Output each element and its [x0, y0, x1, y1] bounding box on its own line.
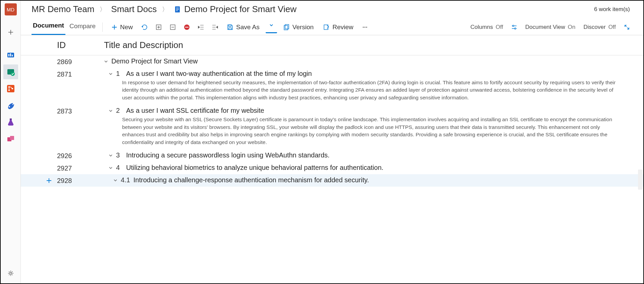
breadcrumb-section[interactable]: Smart Docs	[111, 4, 157, 14]
work-item-body: 1As a user I want two-way authentication…	[104, 70, 633, 103]
svg-rect-2	[10, 53, 11, 56]
svg-rect-13	[10, 136, 14, 140]
column-title[interactable]: Title and Description	[104, 40, 183, 50]
expand-all-button[interactable]	[153, 21, 164, 33]
indent-icon	[212, 24, 218, 31]
svg-point-32	[515, 28, 516, 29]
rail-item-test-plans[interactable]	[3, 115, 18, 130]
work-item-number: 3	[116, 151, 123, 159]
delete-button[interactable]	[181, 21, 193, 33]
work-item-body: 2As a user I want SSL certificate for my…	[104, 107, 633, 147]
work-item-row[interactable]: 29263Introducing a secure passwordless l…	[21, 149, 643, 162]
outdent-button[interactable]	[195, 21, 207, 33]
work-item-row[interactable]: 28732As a user I want SSL certificate fo…	[21, 105, 643, 149]
indent-button[interactable]	[209, 21, 221, 33]
version-button[interactable]: Version	[280, 21, 317, 33]
plus-icon	[46, 178, 52, 184]
chevron-down-icon[interactable]	[109, 151, 113, 158]
breadcrumb-team[interactable]: MR Demo Team	[32, 4, 94, 14]
work-item-row[interactable]: 28711As a user I want two-way authentica…	[21, 68, 643, 105]
work-item-title[interactable]: As a user I want two-way authentication …	[126, 70, 312, 78]
save-as-button[interactable]: Save As	[223, 21, 263, 33]
svg-rect-3	[12, 55, 13, 56]
new-button[interactable]: New	[108, 21, 136, 33]
rail-item-repos[interactable]	[3, 81, 18, 96]
review-button[interactable]: Review	[320, 21, 357, 33]
save-as-label: Save As	[236, 23, 260, 31]
gear-icon	[7, 270, 14, 277]
chevron-down-icon	[269, 23, 274, 28]
chevron-right-icon: 〉	[162, 5, 168, 13]
svg-point-7	[8, 86, 9, 88]
new-button-label: New	[120, 23, 133, 31]
work-item-number: 4	[116, 164, 123, 172]
column-options-button[interactable]	[508, 21, 520, 33]
rail-item-dashboard[interactable]	[3, 48, 18, 62]
version-icon	[283, 24, 290, 31]
work-item-row[interactable]: 29274Utilizing behavioral biometrics to …	[21, 162, 643, 174]
tab-compare[interactable]: Compare	[68, 20, 97, 35]
chevron-down-icon[interactable]	[109, 107, 113, 114]
chevron-down-icon[interactable]	[109, 70, 113, 77]
add-button[interactable]	[3, 25, 18, 40]
svg-point-31	[513, 25, 514, 27]
svg-point-10	[9, 106, 10, 107]
svg-rect-26	[285, 25, 289, 29]
collapse-all-button[interactable]	[167, 21, 178, 33]
chevron-down-icon[interactable]	[104, 57, 108, 64]
avatar[interactable]: MD	[5, 3, 17, 15]
fullscreen-button[interactable]	[621, 21, 633, 33]
work-item-title[interactable]: Utilizing behavioral biometrics to analy…	[126, 164, 383, 172]
sliders-icon	[511, 24, 518, 31]
tab-document[interactable]: Document	[32, 19, 65, 35]
add-child-button[interactable]	[41, 176, 57, 184]
svg-rect-11	[10, 119, 12, 120]
work-item-row[interactable]: 29284.1Introducing a challenge-response …	[21, 174, 643, 187]
rail-item-smart-docs[interactable]	[3, 64, 18, 79]
discover-value: Off	[608, 24, 616, 31]
review-icon	[323, 24, 330, 31]
plus-icon	[111, 24, 117, 30]
columns-toggle[interactable]: Columns Off	[468, 22, 506, 32]
collapse-icon	[170, 24, 176, 30]
column-id[interactable]: ID	[57, 40, 104, 50]
work-item-description: Securing your website with an SSL (Secur…	[104, 114, 633, 147]
breadcrumb-project[interactable]: Demo Project for Smart View	[173, 4, 297, 14]
work-item-number: 1	[116, 70, 123, 78]
chevron-down-icon[interactable]	[113, 176, 117, 183]
svg-rect-25	[284, 26, 288, 30]
work-item-row[interactable]: 2869Demo Project for Smart View	[21, 55, 643, 68]
work-item-title[interactable]: Introducing a secure passwordless login …	[126, 151, 330, 159]
more-button[interactable]	[359, 21, 371, 33]
rail-item-pipelines[interactable]	[3, 98, 18, 113]
left-rail: MD	[1, 1, 21, 283]
svg-rect-22	[185, 27, 189, 28]
refresh-button[interactable]	[139, 21, 150, 33]
work-item-id: 2928	[57, 176, 104, 185]
chevron-down-icon[interactable]	[109, 164, 113, 171]
svg-point-30	[366, 27, 367, 28]
settings-button[interactable]	[3, 266, 18, 281]
work-item-body: 4.1Introducing a challenge-response auth…	[104, 176, 633, 184]
work-item-body: 3Introducing a secure passwordless login…	[104, 151, 633, 159]
work-item-title[interactable]: Demo Project for Smart View	[111, 57, 198, 65]
document-view-toggle[interactable]: Document View On	[523, 22, 578, 32]
work-item-title[interactable]: As a user I want SSL certificate for my …	[126, 107, 264, 114]
document-icon	[173, 5, 181, 13]
svg-rect-6	[7, 85, 14, 92]
column-header: ID Title and Description	[21, 35, 643, 55]
svg-point-8	[8, 90, 9, 91]
work-item-id: 2873	[57, 107, 104, 115]
save-as-dropdown[interactable]	[266, 22, 277, 33]
svg-point-28	[363, 27, 364, 28]
rail-item-artifacts[interactable]	[3, 132, 18, 146]
work-item-title[interactable]: Introducing a challenge-response authent…	[133, 176, 369, 184]
refresh-icon	[141, 24, 148, 31]
columns-value: Off	[496, 24, 503, 31]
scrollbar[interactable]	[638, 170, 643, 190]
row-gutter	[41, 107, 57, 108]
discover-toggle[interactable]: Discover Off	[581, 22, 619, 32]
svg-point-29	[365, 27, 366, 28]
svg-rect-24	[229, 28, 231, 30]
version-label: Version	[292, 23, 314, 31]
